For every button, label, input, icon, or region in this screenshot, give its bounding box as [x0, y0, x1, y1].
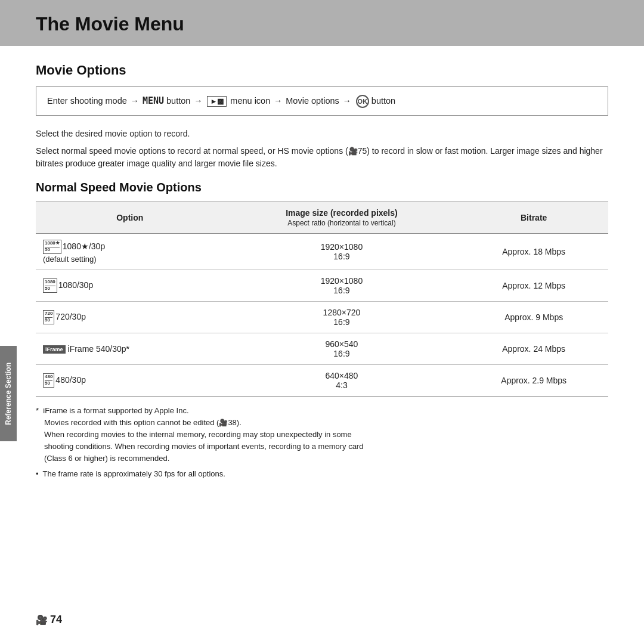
option-cell: 48050480/30p [36, 364, 224, 396]
image-size-cell: 960×54016:9 [224, 333, 460, 364]
side-tab: Reference Section [0, 346, 17, 441]
page-num-value: 74 [50, 614, 62, 626]
page-icon: 🎥 [36, 614, 48, 626]
nav-box: Enter shooting mode → MENU button → ►▩ m… [36, 86, 608, 116]
bitrate-cell: Approx. 2.9 Mbps [459, 364, 608, 396]
option-cell: 72050720/30p [36, 301, 224, 333]
bitrate-value: Approx. 18 Mbps [502, 247, 565, 256]
table-body: 1080★501080★/30p(default setting)1920×10… [36, 234, 608, 397]
bitrate-cell: Approx. 18 Mbps [459, 234, 608, 270]
bitrate-value: Approx. 2.9 Mbps [501, 376, 566, 385]
option-label: iFrame 540/30p* [68, 344, 130, 354]
aspect-ratio: 16:9 [333, 317, 349, 327]
badge-480: 48050 [43, 373, 54, 388]
nav-text: Enter shooting mode → MENU button → ►▩ m… [47, 96, 395, 106]
option-cell: 1080501080/30p [36, 270, 224, 301]
option-cell: iFrameiFrame 540/30p* [36, 333, 224, 364]
image-size-cell: 1280×72016:9 [224, 301, 460, 333]
table-header-row: Option Image size (recorded pixels) Aspe… [36, 202, 608, 234]
page-number: 🎥74 [36, 614, 62, 626]
footnote-2: Movies recorded with this option cannot … [44, 417, 608, 429]
options-table: Option Image size (recorded pixels) Aspe… [36, 202, 608, 397]
aspect-ratio: 16:9 [333, 286, 349, 295]
image-size-cell: 1920×108016:9 [224, 270, 460, 301]
option-cell: 1080★501080★/30p(default setting) [36, 234, 224, 270]
table-row: 1080501080/30p1920×108016:9Approx. 12 Mb… [36, 270, 608, 301]
th-bitrate: Bitrate [459, 202, 608, 234]
section-title: Movie Options [36, 63, 608, 78]
option-label: 1080/30p [58, 280, 93, 289]
description-1: Select the desired movie option to recor… [36, 128, 608, 140]
side-tab-label: Reference Section [4, 363, 13, 425]
aspect-ratio: 16:9 [333, 349, 349, 358]
table-row: 48050480/30p640×4804:3Approx. 2.9 Mbps [36, 364, 608, 396]
iframe-badge: iFrame [43, 345, 66, 354]
th-option: Option [36, 202, 224, 234]
bitrate-cell: Approx. 24 Mbps [459, 333, 608, 364]
image-size: 1280×720 [323, 308, 361, 317]
main-content: Movie Options Enter shooting mode → MENU… [0, 46, 644, 497]
bitrate-cell: Approx. 12 Mbps [459, 270, 608, 301]
option-label: 720/30p [55, 311, 86, 321]
subsection-title: Normal Speed Movie Options [36, 181, 608, 194]
badge-1080star: 1080★50 [43, 240, 61, 254]
image-size: 1920×1080 [321, 242, 363, 252]
option-label: 1080★/30p [63, 242, 105, 251]
image-size-cell: 640×4804:3 [224, 364, 460, 396]
page-title: The Movie Menu [36, 13, 608, 35]
bitrate-value: Approx. 9 Mbps [504, 312, 563, 322]
badge-1080: 108050 [43, 278, 57, 293]
table-row: 72050720/30p1280×72016:9Approx. 9 Mbps [36, 301, 608, 333]
aspect-ratio: 4:3 [336, 380, 347, 390]
footnote-4: • The frame rate is approximately 30 fps… [36, 468, 608, 480]
footnotes: * iFrame is a format supported by Apple … [36, 405, 608, 481]
footnote-1: * iFrame is a format supported by Apple … [36, 405, 608, 417]
image-size-cell: 1920×108016:9 [224, 234, 460, 270]
image-size: 1920×1080 [321, 276, 363, 286]
description-2: Select normal speed movie options to rec… [36, 145, 608, 170]
bitrate-cell: Approx. 9 Mbps [459, 301, 608, 333]
table-row: 1080★501080★/30p(default setting)1920×10… [36, 234, 608, 270]
image-size: 640×480 [325, 371, 358, 380]
badge-720: 72050 [43, 310, 54, 324]
th-image-size: Image size (recorded pixels) Aspect rati… [224, 202, 460, 234]
page-title-bar: The Movie Menu [0, 0, 644, 46]
bitrate-value: Approx. 12 Mbps [502, 281, 565, 290]
option-label: 480/30p [55, 374, 86, 384]
table-row: iFrameiFrame 540/30p*960×54016:9Approx. … [36, 333, 608, 364]
image-size: 960×540 [325, 339, 358, 349]
bitrate-value: Approx. 24 Mbps [502, 344, 565, 354]
footnote-3: When recording movies to the internal me… [44, 429, 608, 465]
aspect-ratio: 16:9 [333, 252, 349, 261]
